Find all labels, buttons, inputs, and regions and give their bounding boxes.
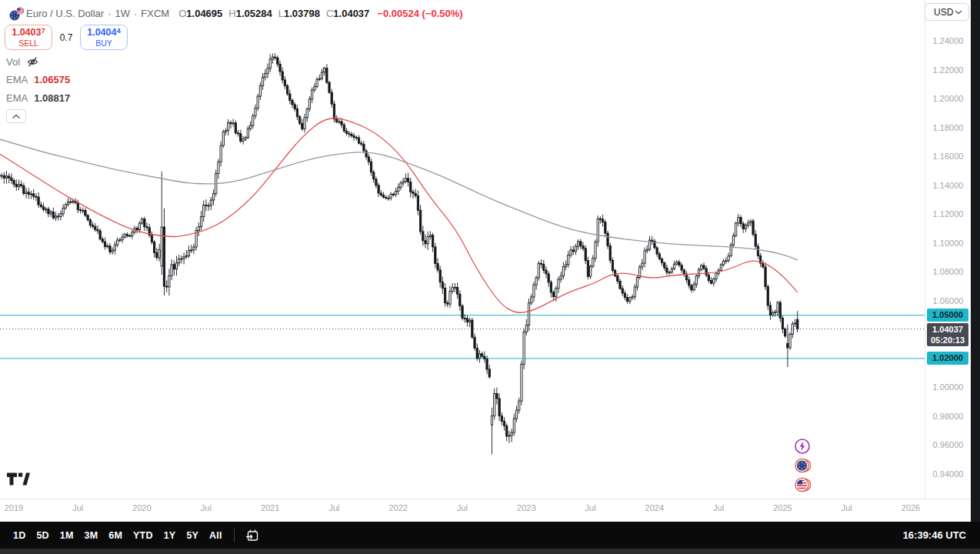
range-button-1d[interactable]: 1D (8, 527, 31, 544)
range-button-5d[interactable]: 5D (31, 527, 54, 544)
candlestick-series (0, 53, 798, 454)
open-value: 1.04695 (186, 8, 222, 19)
price-axis-label: 0.98000 (925, 412, 971, 421)
time-axis-label: Jul (328, 503, 339, 512)
time-axis-label: Jul (201, 503, 212, 512)
time-axis-label: Jul (457, 503, 468, 512)
currency-value: USD (934, 7, 955, 18)
time-axis-label: 2026 (902, 503, 920, 512)
bar-countdown: 05:20:13 (927, 335, 968, 345)
trading-chart-widget: Euro / U.S. Dollar · 1W · FXCM O1.04695 … (0, 0, 980, 554)
lower-level-price-label: 1.02000 (927, 352, 968, 365)
range-button-5y[interactable]: 5Y (181, 527, 204, 544)
buy-price-sup: 4 (116, 26, 120, 35)
bottom-toolbar: 1D5D1M3M6MYTD1Y5YAll 16:39:46 UTC (0, 522, 980, 549)
ema-slow-label: EMA (6, 92, 28, 104)
high-value: 1.05284 (236, 8, 272, 19)
symbol-header: Euro / U.S. Dollar · 1W · FXCM O1.04695 … (6, 5, 463, 22)
ema-fast-value: 1.06575 (34, 74, 70, 85)
chart-plot-area[interactable]: Euro / U.S. Dollar · 1W · FXCM O1.04695 … (0, 0, 925, 499)
utc-clock: 16:39:46 UTC (903, 529, 972, 541)
price-axis-label: 0.94000 (925, 469, 971, 479)
time-axis-label: Jul (585, 503, 596, 512)
buy-price: 1.0404 (87, 27, 116, 38)
ema-slow-value: 1.08817 (34, 92, 70, 104)
price-axis-label: 1.08000 (925, 267, 971, 276)
time-axis-label: 2025 (773, 503, 792, 512)
page-background-strip-bottom (0, 549, 980, 554)
price-axis-label: 1.06000 (925, 296, 971, 305)
time-axis-label: Jul (713, 503, 724, 512)
ohlc-readout: O1.04695 H1.05284 L1.03798 C1.04037 (178, 8, 375, 19)
range-button-group: 1D5D1M3M6MYTD1Y5YAll (8, 527, 228, 544)
current-price-label: 1.04037 05:20:13 (927, 323, 968, 346)
open-letter: O (178, 8, 186, 19)
candlestick-chart[interactable] (0, 0, 925, 499)
time-axis-label: 2023 (517, 503, 535, 512)
close-letter: C (326, 8, 333, 19)
price-axis-label: 1.18000 (925, 123, 971, 132)
vol-label: Vol (6, 56, 20, 68)
price-axis-label: 0.96000 (925, 440, 971, 449)
upper-level-price-label: 1.05000 (927, 309, 968, 322)
price-axis-label: 1.14000 (925, 181, 971, 190)
eu-flag-icon[interactable] (794, 457, 811, 474)
buy-button[interactable]: 1.04044 BUY (80, 25, 128, 50)
price-axis-label: 1.20000 (925, 94, 971, 103)
page-background-strip (971, 0, 980, 522)
spread-value: 0.7 (52, 32, 80, 43)
range-button-1y[interactable]: 1Y (158, 527, 182, 544)
time-axis-label: 2024 (645, 503, 664, 512)
symbol-title[interactable]: Euro / U.S. Dollar (26, 8, 104, 19)
buy-label: BUY (81, 38, 127, 48)
price-axis-label: 1.00000 (925, 382, 971, 392)
high-letter: H (228, 8, 235, 19)
ema-slow-legend-row: EMA 1.08817 (6, 92, 70, 104)
price-axis-label: 1.24000 (925, 36, 971, 45)
go-to-date-button[interactable] (245, 529, 259, 542)
price-axis-label: 1.22000 (925, 65, 971, 75)
tradingview-logo[interactable] (6, 471, 31, 486)
range-button-all[interactable]: All (204, 527, 228, 544)
range-button-ytd[interactable]: YTD (128, 527, 158, 544)
time-axis-label: 2021 (261, 503, 279, 512)
toolbar-separator (234, 529, 235, 542)
eu-us-flag-pair-icon (6, 5, 26, 22)
range-button-6m[interactable]: 6M (103, 527, 128, 544)
sell-price-sup: 7 (41, 26, 45, 35)
time-axis-label: 2020 (132, 503, 151, 512)
collapse-legend-button[interactable] (6, 109, 26, 123)
ema-fast-legend-row: EMA 1.06575 (6, 74, 70, 85)
range-button-3m[interactable]: 3M (79, 527, 104, 544)
ema-fast-line (0, 118, 798, 312)
chevron-up-icon (12, 114, 21, 119)
currency-dropdown[interactable]: USD (925, 3, 969, 21)
time-axis-label: 2019 (5, 503, 23, 512)
time-axis-label: 2022 (388, 503, 407, 512)
separator-dot: · (108, 8, 111, 19)
exchange-label: FXCM (141, 8, 169, 19)
low-letter: L (278, 8, 284, 19)
sell-button[interactable]: 1.04037 SELL (5, 25, 52, 50)
price-axis-label: 1.12000 (925, 209, 971, 219)
eye-off-icon[interactable] (26, 55, 40, 68)
price-change: −0.00524 (−0.50%) (377, 8, 462, 19)
time-axis[interactable]: 2019Jul2020Jul2021Jul2022Jul2023Jul2024J… (0, 499, 971, 522)
price-axis-label: 1.10000 (925, 239, 971, 248)
close-value: 1.04037 (333, 8, 369, 19)
lightning-icon[interactable] (794, 438, 811, 455)
ema-fast-label: EMA (6, 74, 28, 85)
time-axis-label: Jul (842, 503, 852, 512)
low-value: 1.03798 (284, 8, 320, 19)
range-button-1m[interactable]: 1M (55, 527, 79, 544)
price-axis-label: 1.16000 (925, 152, 971, 161)
sell-label: SELL (5, 38, 52, 48)
chevron-down-icon (955, 10, 962, 15)
us-flag-icon[interactable] (794, 476, 811, 493)
price-axis[interactable]: 1.240001.220001.200001.180001.160001.140… (925, 0, 971, 499)
separator-dot: · (134, 8, 137, 19)
volume-legend-row: Vol (6, 55, 40, 68)
time-axis-label: Jul (72, 503, 83, 512)
interval-label[interactable]: 1W (115, 8, 131, 19)
trade-panel: 1.04037 SELL 0.7 1.04044 BUY (5, 25, 128, 50)
